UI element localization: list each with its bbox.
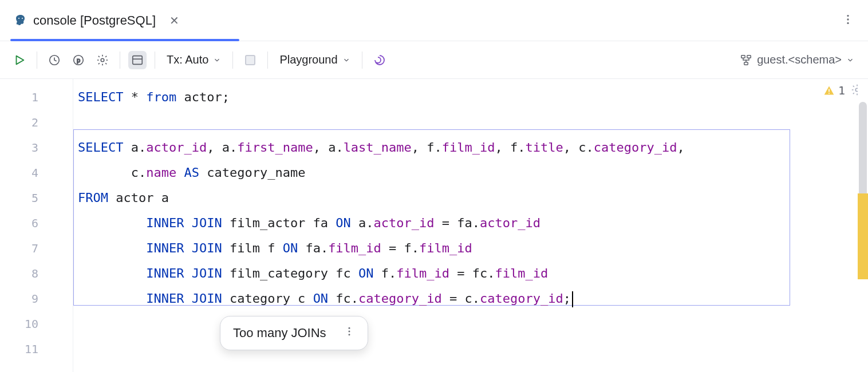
tx-mode-label: Tx: Auto xyxy=(167,53,208,66)
svg-point-18 xyxy=(348,331,350,333)
svg-point-3 xyxy=(847,18,849,20)
inspection-popover[interactable]: Too many JOINs xyxy=(220,316,368,350)
svg-text:p: p xyxy=(77,56,81,64)
line-number: 6 xyxy=(0,211,73,236)
code-line xyxy=(78,110,863,135)
code-line: INNER JOIN film f ON fa.film_id = f.film… xyxy=(78,236,863,261)
playground-dropdown[interactable]: Playground xyxy=(276,51,353,69)
postgres-icon xyxy=(14,14,27,27)
stop-icon xyxy=(245,55,255,65)
tab-title: console [PostgreSQL] xyxy=(33,13,156,28)
line-number: 1 xyxy=(0,85,73,110)
line-number: 11 xyxy=(0,337,73,362)
svg-point-8 xyxy=(101,58,104,62)
code-line: SELECT a.actor_id, a.first_name, a.last_… xyxy=(78,135,863,160)
svg-rect-9 xyxy=(133,56,143,64)
code-line: INNER JOIN category c ON fc.category_id … xyxy=(78,286,863,311)
line-number: 7 xyxy=(0,236,73,261)
svg-point-4 xyxy=(847,22,849,23)
svg-rect-12 xyxy=(747,55,751,58)
tab-active-indicator xyxy=(10,39,239,41)
in-editor-results-button[interactable] xyxy=(128,51,147,69)
sql-console-root: console [PostgreSQL] ✕ p Tx: Auto xyxy=(0,0,868,372)
code-line xyxy=(78,337,863,362)
svg-point-17 xyxy=(348,327,350,329)
settings-button[interactable] xyxy=(93,51,112,69)
inspection-more-button[interactable] xyxy=(344,326,355,341)
svg-rect-13 xyxy=(744,62,748,65)
editor-area: 1 2 3 4 5 6 7 8 9 10 11 1 SELECT * from xyxy=(0,79,868,372)
code-editor[interactable]: 1 SELECT * from actor; SELECT a.actor_id… xyxy=(73,79,868,372)
tab-bar: console [PostgreSQL] ✕ xyxy=(0,0,868,41)
ai-assistant-button[interactable] xyxy=(370,51,389,69)
scrollbar-track[interactable] xyxy=(858,85,868,371)
code-line: INNER JOIN film_actor fa ON a.actor_id =… xyxy=(78,211,863,236)
tab-more-button[interactable] xyxy=(838,10,858,31)
code-line: INNER JOIN film_category fc ON f.film_id… xyxy=(78,261,863,286)
schema-label: guest.<schema> xyxy=(757,53,842,66)
swirl-icon xyxy=(373,53,386,67)
tab-console[interactable]: console [PostgreSQL] ✕ xyxy=(10,0,183,41)
line-number: 4 xyxy=(0,160,73,185)
playground-label: Playground xyxy=(279,53,337,66)
warning-stripe[interactable] xyxy=(858,193,868,279)
schema-dropdown[interactable]: guest.<schema> xyxy=(736,51,858,69)
run-button[interactable] xyxy=(10,51,29,69)
svg-rect-11 xyxy=(741,55,745,58)
close-icon[interactable]: ✕ xyxy=(169,14,179,27)
tx-mode-dropdown[interactable]: Tx: Auto xyxy=(163,51,224,69)
text-caret xyxy=(572,291,573,307)
svg-point-2 xyxy=(847,14,849,16)
svg-point-1 xyxy=(22,18,23,19)
line-number: 9 xyxy=(0,286,73,311)
stop-button[interactable] xyxy=(241,51,259,69)
line-gutter: 1 2 3 4 5 6 7 8 9 10 11 xyxy=(0,79,73,372)
inspection-message: Too many JOINs xyxy=(233,326,326,341)
history-button[interactable] xyxy=(45,51,64,69)
parameters-button[interactable]: p xyxy=(69,51,88,69)
schema-icon xyxy=(740,54,752,66)
line-number: 8 xyxy=(0,261,73,286)
line-number: 10 xyxy=(0,311,73,337)
code-line: SELECT * from actor; xyxy=(78,85,863,110)
code-line: c.name AS category_name xyxy=(78,160,863,185)
line-number: 3 xyxy=(0,135,73,160)
line-number: 2 xyxy=(0,110,73,135)
svg-point-19 xyxy=(348,334,350,335)
editor-toolbar: p Tx: Auto Playground guest.<schem xyxy=(0,41,868,79)
code-line xyxy=(78,311,863,337)
svg-point-0 xyxy=(18,18,19,19)
line-number: 5 xyxy=(0,185,73,211)
code-line: FROM actor a xyxy=(78,185,863,211)
